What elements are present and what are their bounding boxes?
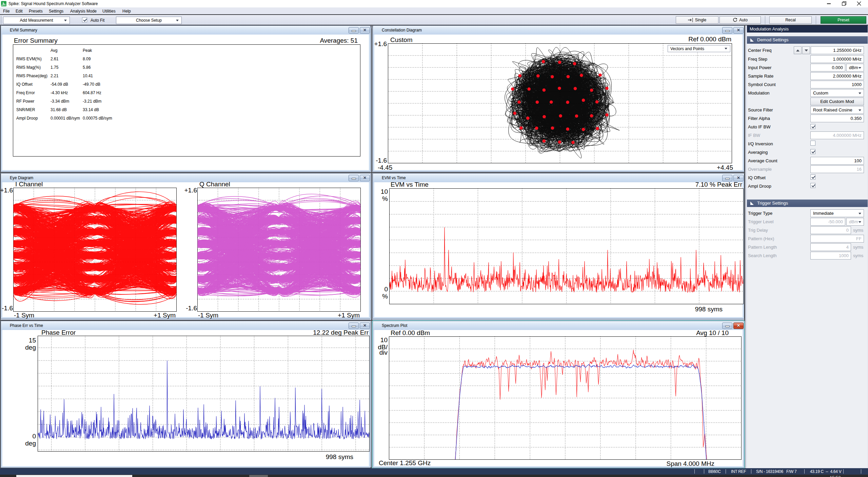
svg-text:-3.34 dBm: -3.34 dBm — [51, 99, 69, 104]
svg-text:+1.6: +1.6 — [184, 187, 197, 194]
svg-text:Ref 0.000 dBm: Ref 0.000 dBm — [688, 36, 731, 43]
svg-text:SNR/MER: SNR/MER — [16, 107, 35, 112]
svg-text:10.41: 10.41 — [83, 74, 93, 78]
svg-text:Span 4.000 MHz: Span 4.000 MHz — [666, 460, 714, 467]
svg-text:Peak: Peak — [83, 48, 92, 53]
svg-text:Averages: 51: Averages: 51 — [320, 37, 358, 44]
svg-text:+1 Sym: +1 Sym — [154, 312, 176, 319]
svg-text:Error Summary: Error Summary — [14, 37, 58, 44]
svg-text:Vectors and Points: Vectors and Points — [670, 46, 704, 51]
svg-text:+4.45: +4.45 — [717, 164, 733, 171]
svg-text:-3.21 dBm: -3.21 dBm — [83, 99, 101, 104]
svg-text:0.00001 dB/sym: 0.00001 dB/sym — [51, 116, 80, 121]
svg-text:EVM vs Time: EVM vs Time — [391, 181, 429, 188]
svg-text:12.22 deg Peak Err: 12.22 deg Peak Err — [313, 329, 369, 336]
svg-text:deg: deg — [25, 440, 36, 447]
svg-text:%: % — [382, 195, 388, 202]
svg-text:Q Channel: Q Channel — [199, 181, 230, 188]
svg-text:Center 1.255 GHz: Center 1.255 GHz — [379, 459, 431, 466]
svg-text:998 syms: 998 syms — [326, 453, 353, 460]
svg-text:+1.6: +1.6 — [0, 187, 13, 194]
svg-text:IQ Offset: IQ Offset — [16, 82, 33, 87]
svg-text:8.09: 8.09 — [83, 57, 91, 61]
svg-text:%: % — [382, 293, 388, 300]
svg-text:-1.6: -1.6 — [186, 305, 197, 312]
svg-text:604.87 Hz: 604.87 Hz — [83, 90, 101, 95]
svg-text:RMS EVM(%): RMS EVM(%) — [16, 57, 42, 61]
svg-text:Ampl Droop: Ampl Droop — [16, 116, 38, 121]
svg-text:998 syms: 998 syms — [695, 306, 723, 313]
svg-text:deg: deg — [25, 344, 36, 351]
svg-text:33.14 dB: 33.14 dB — [83, 107, 99, 112]
svg-text:0.00075 dB/sym: 0.00075 dB/sym — [83, 116, 112, 121]
svg-text:-1.6: -1.6 — [2, 305, 13, 312]
svg-text:RF Power: RF Power — [16, 99, 34, 104]
svg-text:Phase Error: Phase Error — [41, 329, 76, 336]
svg-text:15: 15 — [29, 337, 36, 344]
svg-text:-4.30 kHz: -4.30 kHz — [51, 90, 68, 95]
svg-text:Ref 0.00 dBm: Ref 0.00 dBm — [391, 329, 430, 336]
svg-text:Custom: Custom — [390, 36, 412, 43]
svg-text:+1 Sym: +1 Sym — [338, 312, 360, 319]
svg-text:-1 Sym: -1 Sym — [14, 312, 34, 319]
svg-text:1.75: 1.75 — [51, 65, 59, 70]
svg-text:0: 0 — [32, 433, 36, 440]
svg-text:-4.45: -4.45 — [378, 164, 392, 171]
svg-text:-49.70 dB: -49.70 dB — [83, 82, 100, 87]
svg-text:31.68 dB: 31.68 dB — [51, 107, 67, 112]
svg-text:0: 0 — [384, 286, 388, 293]
svg-text:RMS Mag(%): RMS Mag(%) — [16, 65, 41, 70]
svg-text:I Channel: I Channel — [15, 181, 43, 188]
svg-text:Avg 10 / 10: Avg 10 / 10 — [696, 329, 729, 336]
svg-text:div: div — [379, 349, 388, 356]
svg-text:RMS Phase(deg): RMS Phase(deg) — [16, 74, 47, 78]
svg-text:-54.09 dB: -54.09 dB — [51, 82, 68, 87]
svg-text:5.86: 5.86 — [83, 65, 91, 70]
svg-text:2.61: 2.61 — [51, 57, 59, 61]
svg-text:10: 10 — [381, 188, 388, 195]
svg-text:7.10 % Peak Err: 7.10 % Peak Err — [695, 181, 743, 188]
svg-text:+1.6: +1.6 — [374, 40, 387, 47]
svg-text:Avg: Avg — [51, 48, 57, 53]
svg-text:-1.6: -1.6 — [376, 157, 387, 164]
svg-text:Freq Error: Freq Error — [16, 90, 35, 95]
svg-text:10: 10 — [380, 336, 388, 344]
svg-text:-1 Sym: -1 Sym — [198, 312, 218, 319]
svg-text:2.21: 2.21 — [51, 74, 59, 78]
